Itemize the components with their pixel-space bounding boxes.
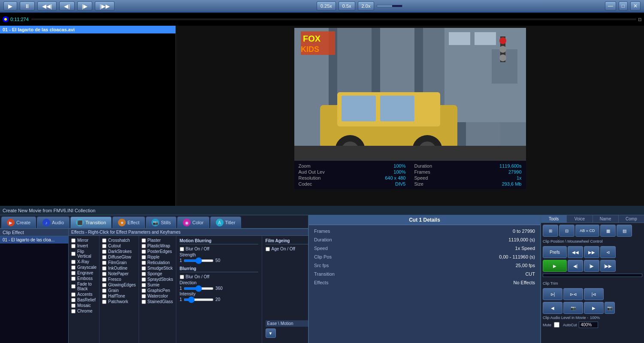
emboss-checkbox[interactable] [71, 277, 76, 281]
rewind-button[interactable]: ◀◀| [37, 1, 57, 11]
grayscale-checkbox[interactable] [71, 265, 76, 270]
tab-name[interactable]: Name [593, 215, 619, 223]
basrelief-checkbox[interactable] [71, 298, 76, 302]
posteredges-checkbox[interactable] [142, 250, 146, 254]
mirror-checkbox[interactable] [71, 238, 76, 243]
spraydstroks-checkbox[interactable] [142, 277, 146, 282]
chrome-checkbox[interactable] [71, 309, 76, 313]
trim-cam-btn[interactable]: 📷 [563, 302, 583, 314]
close-button[interactable]: ✕ [630, 1, 641, 11]
tab-tools[interactable]: Tools [541, 215, 567, 223]
fresco-checkbox[interactable] [102, 277, 106, 282]
camera-btn[interactable]: 📷 [605, 302, 615, 314]
step-end-btn[interactable]: |▶▶ [600, 260, 616, 272]
effect-plasticwrap: PlasticWrap [142, 243, 173, 249]
sponge-checkbox[interactable] [142, 272, 146, 276]
ease-motion-btn[interactable]: ▼ [266, 328, 276, 338]
reticulation-checkbox[interactable] [142, 261, 146, 265]
trim-back-btn[interactable]: ◀ [543, 302, 562, 314]
next-frame-btn[interactable]: |▶ [584, 260, 599, 272]
cutout-checkbox[interactable] [102, 244, 106, 248]
tool-btn-2[interactable]: ⊟ [559, 225, 574, 237]
tab-stills[interactable]: 📷 Stills [146, 217, 176, 228]
flip-vertical-checkbox[interactable] [71, 252, 76, 256]
trim-fwd-btn[interactable]: ▶ [584, 302, 604, 314]
play-green-btn[interactable]: ▶ [543, 260, 567, 272]
tab-audio[interactable]: ♪ Audio [37, 217, 70, 228]
cutout-label: Cutout [108, 244, 121, 248]
tab-voice[interactable]: Voice [567, 215, 593, 223]
trim-out-btn[interactable]: |⊲ [584, 288, 604, 300]
fade-to-black-checkbox[interactable] [71, 284, 76, 289]
tab-color[interactable]: ◉ Color [177, 217, 209, 228]
strength-slider[interactable] [184, 259, 214, 262]
fast-fwd-button[interactable]: |▶▶ [95, 1, 114, 11]
trim-in-btn[interactable]: ⊳| [543, 288, 562, 300]
speed-025-button[interactable]: 0.25x [317, 1, 336, 11]
cut-row-speed: Speed 1x Speed [314, 246, 535, 251]
volume-slider[interactable] [377, 5, 402, 7]
engrave-checkbox[interactable] [71, 271, 76, 275]
blur-on-checkbox[interactable] [180, 247, 184, 251]
tool-btn-4[interactable]: ▦ [600, 225, 616, 237]
prefs-button[interactable]: Prefs [543, 246, 567, 258]
mute-checkbox[interactable] [554, 322, 559, 328]
tab-audio-label: Audio [52, 220, 64, 225]
inkoutline-checkbox[interactable] [102, 266, 106, 271]
mosaic-checkbox[interactable] [71, 304, 76, 308]
cut-effects-label: Effects [314, 280, 328, 285]
crosshatch-checkbox[interactable] [102, 238, 106, 243]
clip-back-btn[interactable]: ◀◀ [568, 246, 583, 258]
maximize-button[interactable]: □ [619, 1, 628, 11]
ripple-checkbox[interactable] [142, 255, 146, 259]
effect-plaster: Plaster [142, 238, 173, 243]
accents-checkbox[interactable] [71, 292, 76, 297]
filmgrain-checkbox[interactable] [102, 261, 106, 265]
clip-progress-bar[interactable] [543, 274, 642, 277]
tab-effect[interactable]: ★ Effect [112, 217, 145, 228]
trim-mid-btn[interactable]: ⊳⊲ [563, 288, 583, 300]
speed-05-button[interactable]: 0.5x [339, 1, 355, 11]
sumie-checkbox[interactable] [142, 283, 146, 287]
tab-comp[interactable]: Comp [619, 215, 644, 223]
tool-btn-3[interactable]: AB = CD [575, 225, 599, 237]
darkstrokes-checkbox[interactable] [102, 250, 106, 254]
halftone-checkbox[interactable] [102, 294, 106, 298]
fade-to-black-label: Fade to Black [77, 282, 97, 291]
grain-checkbox[interactable] [102, 289, 106, 293]
step-back-button[interactable]: ◀| [59, 1, 74, 11]
patchwork-checkbox[interactable] [102, 300, 106, 304]
blurring-on-checkbox[interactable] [180, 275, 184, 279]
age-on-checkbox[interactable] [266, 247, 270, 251]
speed-20-button[interactable]: 2.0x [358, 1, 375, 11]
tab-titler[interactable]: A Titler [210, 217, 241, 228]
tab-transition[interactable]: ⬛ Transition [70, 217, 112, 228]
notepaper-checkbox[interactable] [102, 272, 106, 276]
smudgestick-checkbox[interactable] [142, 266, 146, 271]
direction-slider[interactable] [184, 287, 214, 290]
x-ray-checkbox[interactable] [71, 260, 76, 264]
step-fwd-button[interactable]: |▶ [77, 1, 92, 11]
intensity-slider[interactable] [184, 298, 214, 301]
plasticwrap-checkbox[interactable] [142, 244, 146, 248]
effect-filmgrain: FilmGrain [102, 260, 136, 265]
invert-checkbox[interactable] [71, 244, 76, 248]
glowingedges-checkbox[interactable] [102, 283, 106, 287]
tool-btn-5[interactable]: ▤ [617, 225, 632, 237]
clip-item-0[interactable]: 01 - El lagarto de las cloa... [0, 236, 68, 244]
watercolor-checkbox[interactable] [142, 294, 146, 298]
autocut-input[interactable] [579, 322, 598, 328]
diffuseglow-checkbox[interactable] [102, 255, 106, 259]
pause-button[interactable]: ⏸ [20, 1, 35, 11]
clip-adj-btn[interactable]: ⊲ [600, 246, 616, 258]
minimize-button[interactable]: — [605, 1, 616, 11]
play-button[interactable]: ▶ [3, 1, 17, 11]
tool-btn-1[interactable]: ⊞ [543, 225, 558, 237]
tab-create[interactable]: ▶ Create [1, 217, 36, 228]
stainedglass-checkbox[interactable] [142, 300, 146, 304]
graphicpen-checkbox[interactable] [142, 289, 146, 293]
prev-frame-btn[interactable]: ◀| [568, 260, 583, 272]
time-bar[interactable] [31, 18, 636, 20]
clip-fwd-btn[interactable]: ▶▶ [584, 246, 599, 258]
plaster-checkbox[interactable] [142, 238, 146, 243]
